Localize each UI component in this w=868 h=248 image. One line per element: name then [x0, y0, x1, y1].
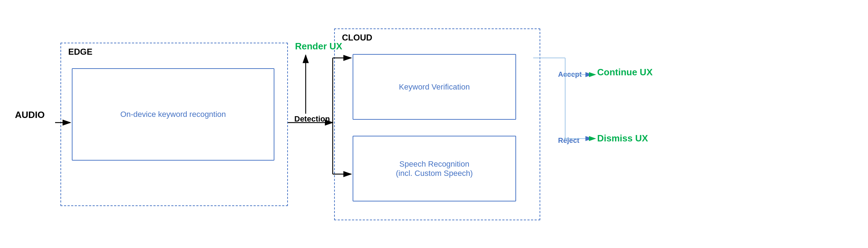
on-device-box: On-device keyword recogntion [72, 68, 274, 161]
diagram-container: AUDIO EDGE On-device keyword recogntion … [0, 0, 868, 248]
reject-label: Reject [558, 136, 579, 145]
edge-box: EDGE On-device keyword recogntion [60, 43, 288, 206]
edge-title: EDGE [68, 47, 92, 57]
render-ux-label: Render UX [295, 41, 342, 52]
dismiss-ux-label: Dismiss UX [597, 133, 648, 144]
audio-label: AUDIO [15, 109, 45, 120]
continue-ux-label: Continue UX [597, 67, 653, 78]
cloud-title: CLOUD [342, 33, 372, 43]
accept-label: Accept [558, 70, 582, 79]
cloud-box: CLOUD Keyword Verification Speech Recogn… [334, 28, 540, 220]
detection-label: Detection [294, 114, 330, 124]
keyword-verification-box: Keyword Verification [353, 54, 516, 120]
speech-recognition-box: Speech Recognition (incl. Custom Speech) [353, 136, 516, 201]
